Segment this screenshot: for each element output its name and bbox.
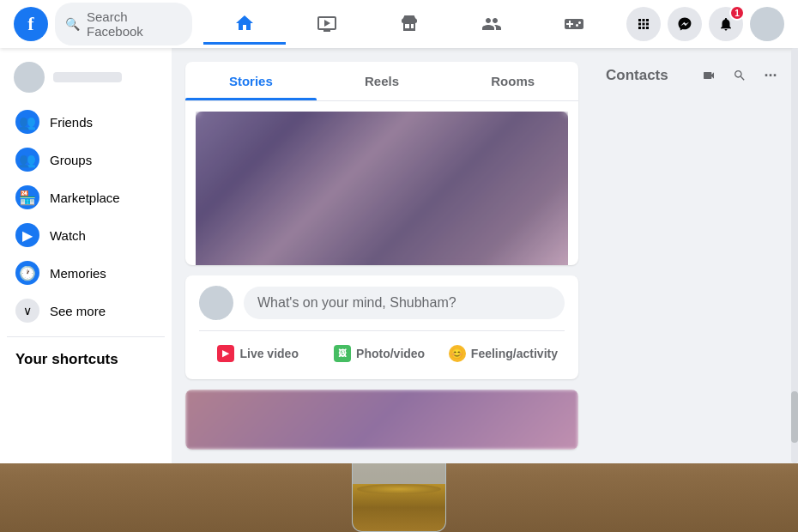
sidebar-watch-label: Watch xyxy=(50,228,86,243)
user-profile-row[interactable] xyxy=(7,55,165,100)
search-contacts-button[interactable] xyxy=(726,62,753,89)
sidebar-marketplace-label: Marketplace xyxy=(50,190,120,205)
stories-card: Stories Reels Rooms xyxy=(185,62,578,265)
contacts-actions: ··· xyxy=(695,62,784,89)
left-sidebar: 👥 Friends 👥 Groups 🏪 Marketplace ▶ Watch… xyxy=(0,48,172,463)
top-nav: f 🔍 Search Facebook xyxy=(0,0,798,48)
sidebar-see-more[interactable]: ∨ See more xyxy=(7,292,165,329)
shortcuts-title: Your shortcuts xyxy=(7,344,165,375)
post-actions: ▶ Live video 🖼 Photo/video 😊 Feeling/act… xyxy=(199,330,565,369)
photo-video-button[interactable]: 🖼 Photo/video xyxy=(320,338,438,369)
sidebar-item-watch[interactable]: ▶ Watch xyxy=(7,216,165,254)
post-input[interactable]: What's on your mind, Shubham? xyxy=(244,287,565,319)
scrollbar[interactable] xyxy=(791,48,798,463)
friends-icon: 👥 xyxy=(15,110,39,134)
chevron-down-icon: ∨ xyxy=(15,299,39,323)
notifications-button[interactable]: 1 xyxy=(709,7,743,41)
stories-tabs: Stories Reels Rooms xyxy=(185,62,578,101)
marketplace-icon: 🏪 xyxy=(15,185,39,209)
user-avatar-small xyxy=(14,62,45,93)
sidebar-groups-label: Groups xyxy=(50,153,92,167)
tab-rooms[interactable]: Rooms xyxy=(447,62,578,100)
sidebar-memories-label: Memories xyxy=(50,266,106,281)
nav-marketplace-button[interactable] xyxy=(368,3,450,45)
stories-content xyxy=(185,101,578,265)
coins xyxy=(353,484,445,531)
sidebar-divider xyxy=(7,336,165,337)
memories-icon: 🕐 xyxy=(15,261,39,285)
live-video-label: Live video xyxy=(239,347,298,360)
post-box: What's on your mind, Shubham? ▶ Live vid… xyxy=(185,275,578,379)
user-avatar-button[interactable] xyxy=(750,7,784,41)
sidebar-item-memories[interactable]: 🕐 Memories xyxy=(7,254,165,292)
live-video-button[interactable]: ▶ Live video xyxy=(199,338,317,369)
messenger-button[interactable] xyxy=(668,7,702,41)
main-content: 👥 Friends 👥 Groups 🏪 Marketplace ▶ Watch… xyxy=(0,48,798,463)
nav-home-button[interactable] xyxy=(203,3,286,45)
search-bar[interactable]: 🔍 Search Facebook xyxy=(55,3,192,45)
facebook-logo[interactable]: f xyxy=(14,7,48,41)
right-nav: 1 xyxy=(626,7,784,41)
search-input-placeholder: Search Facebook xyxy=(87,9,182,39)
stories-blur-image xyxy=(196,112,568,265)
nav-groups-button[interactable] xyxy=(450,3,533,45)
sidebar-friends-label: Friends xyxy=(50,115,93,130)
feeling-label: Feeling/activity xyxy=(471,347,558,360)
live-icon: ▶ xyxy=(217,345,234,362)
apps-button[interactable] xyxy=(626,7,661,41)
scrollbar-thumb[interactable] xyxy=(791,391,798,443)
center-feed: Stories Reels Rooms What's on y xyxy=(172,48,592,463)
post-avatar xyxy=(199,286,233,320)
feeling-button[interactable]: 😊 Feeling/activity xyxy=(442,338,565,369)
watch-icon: ▶ xyxy=(15,223,39,247)
photo-video-label: Photo/video xyxy=(356,347,425,360)
post-preview-blur xyxy=(185,390,578,450)
contacts-title: Contacts xyxy=(606,67,668,84)
app-wrapper: f 🔍 Search Facebook xyxy=(0,0,798,463)
notification-badge: 1 xyxy=(729,5,745,21)
tab-reels[interactable]: Reels xyxy=(317,62,448,100)
post-input-row: What's on your mind, Shubham? xyxy=(199,286,565,320)
nav-watch-button[interactable] xyxy=(286,3,368,45)
contacts-header: Contacts ··· xyxy=(602,55,788,96)
video-call-button[interactable] xyxy=(695,62,722,89)
sidebar-item-friends[interactable]: 👥 Friends xyxy=(7,103,165,141)
see-more-label: See more xyxy=(50,304,106,318)
tab-stories[interactable]: Stories xyxy=(185,62,317,100)
feeling-icon: 😊 xyxy=(449,345,466,362)
nav-gaming-button[interactable] xyxy=(533,3,615,45)
contacts-more-button[interactable]: ··· xyxy=(757,62,784,89)
photo-icon: 🖼 xyxy=(334,345,351,362)
sidebar-item-groups[interactable]: 👥 Groups xyxy=(7,141,165,178)
post-preview xyxy=(185,390,578,450)
groups-icon: 👥 xyxy=(15,148,39,172)
sidebar-item-marketplace[interactable]: 🏪 Marketplace xyxy=(7,178,165,216)
right-sidebar: Contacts ··· xyxy=(592,48,798,463)
user-name-blurred xyxy=(53,72,122,82)
center-nav xyxy=(192,3,626,45)
search-icon: 🔍 xyxy=(65,17,80,31)
